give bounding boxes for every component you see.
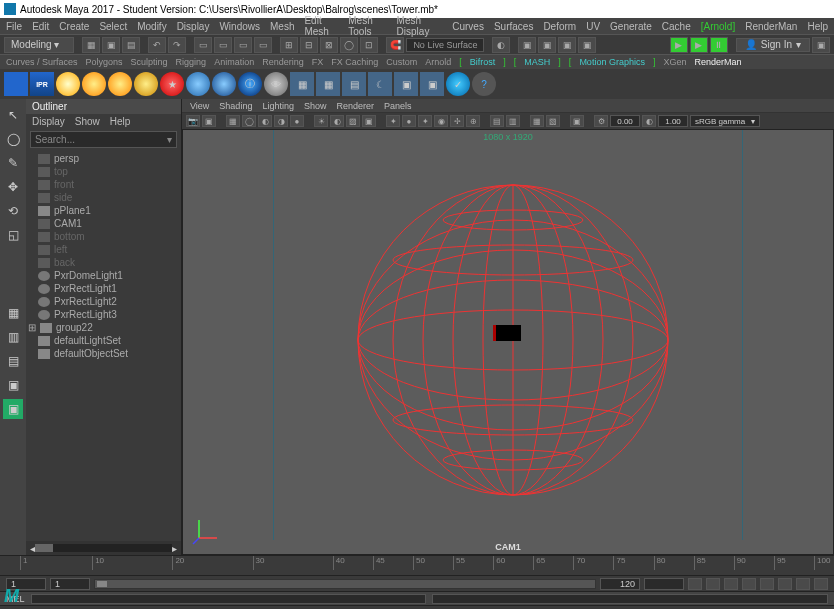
outliner-item[interactable]: bottom (26, 230, 181, 243)
menu-item[interactable]: Create (59, 21, 89, 32)
outliner-tree[interactable]: persptopfrontsidepPlane1CAM1bottomleftba… (26, 150, 181, 541)
vp-camera-icon[interactable]: 📷 (186, 115, 200, 127)
menu-item[interactable]: Edit Mesh (304, 15, 338, 37)
outliner-item[interactable]: CAM1 (26, 217, 181, 230)
outliner-search-input[interactable]: Search... ▾ (30, 131, 177, 148)
select-mode-icon[interactable]: ▭ (194, 37, 212, 53)
vp-colorspace-select[interactable]: sRGB gamma ▾ (690, 115, 760, 127)
menu-item[interactable]: Generate (610, 21, 652, 32)
shelf-tab[interactable]: Motion Graphics (579, 57, 645, 67)
select-mode-icon[interactable]: ▭ (214, 37, 232, 53)
outliner-item[interactable]: pPlane1 (26, 204, 181, 217)
menu-item[interactable]: RenderMan (745, 21, 797, 32)
vp-exposure-field[interactable]: 0.00 (610, 115, 640, 127)
vp-tb-icon[interactable]: ☀ (314, 115, 328, 127)
vp-menu-item[interactable]: Lighting (262, 101, 294, 111)
menu-item[interactable]: Modify (137, 21, 166, 32)
new-scene-icon[interactable]: ▦ (82, 37, 100, 53)
shelf-tab-active[interactable]: RenderMan (694, 57, 741, 67)
menu-item[interactable]: Deform (543, 21, 576, 32)
shelf-tab[interactable]: Custom (386, 57, 417, 67)
step-forward-icon[interactable] (796, 578, 810, 590)
shelf-grid-icon[interactable]: ▦ (290, 72, 314, 96)
vp-tb-icon[interactable]: ▦ (530, 115, 544, 127)
menu-item[interactable]: Mesh Tools (348, 15, 386, 37)
live-surface-icon[interactable]: 🧲 (386, 37, 404, 53)
vp-tb-icon[interactable]: ▤ (490, 115, 504, 127)
outliner-item[interactable]: PxrRectLight1 (26, 282, 181, 295)
marketplace-icon[interactable]: ▣ (812, 37, 830, 53)
outliner-item[interactable]: defaultObjectSet (26, 347, 181, 360)
save-scene-icon[interactable]: ▤ (122, 37, 140, 53)
layout-icon[interactable]: ▥ (3, 327, 23, 347)
vp-tb-icon[interactable]: ▣ (570, 115, 584, 127)
shelf-icon[interactable]: ▣ (394, 72, 418, 96)
vp-tb-icon[interactable]: ● (402, 115, 416, 127)
shelf-ipr-icon[interactable]: IPR (30, 72, 54, 96)
undo-icon[interactable]: ↶ (148, 37, 166, 53)
outliner-item[interactable]: front (26, 178, 181, 191)
play-icon[interactable]: ▶ (690, 37, 708, 53)
select-mode-icon[interactable]: ▭ (254, 37, 272, 53)
vp-menu-item[interactable]: Show (304, 101, 327, 111)
vp-gamma-field[interactable]: 1.00 (658, 115, 688, 127)
vp-tb-icon[interactable]: ▣ (202, 115, 216, 127)
vp-menu-item[interactable]: Renderer (336, 101, 374, 111)
shelf-tab[interactable]: FX (312, 57, 324, 67)
vp-tb-icon[interactable]: ▧ (546, 115, 560, 127)
shelf-star-icon[interactable]: ★ (160, 72, 184, 96)
vp-menu-item[interactable]: View (190, 101, 209, 111)
menu-item[interactable]: UV (586, 21, 600, 32)
vp-tb-icon[interactable]: ▥ (506, 115, 520, 127)
snap-icon[interactable]: ⊡ (360, 37, 378, 53)
play-icon[interactable]: ▶ (670, 37, 688, 53)
step-back-icon[interactable] (706, 578, 720, 590)
vp-tb-icon[interactable]: ▨ (346, 115, 360, 127)
snap-icon[interactable]: ⊟ (300, 37, 318, 53)
outliner-item[interactable]: side (26, 191, 181, 204)
snap-icon[interactable]: ⊠ (320, 37, 338, 53)
shelf-tab[interactable]: Bifrost (470, 57, 496, 67)
vp-tb-icon[interactable]: ◐ (330, 115, 344, 127)
snap-icon[interactable]: ◯ (340, 37, 358, 53)
shelf-moon-icon[interactable]: ☾ (368, 72, 392, 96)
menu-item[interactable]: Mesh (270, 21, 294, 32)
vp-tb-icon[interactable]: ▣ (362, 115, 376, 127)
vp-menu-item[interactable]: Panels (384, 101, 412, 111)
menu-item[interactable]: Edit (32, 21, 49, 32)
render-icon[interactable]: ▣ (538, 37, 556, 53)
menu-item[interactable]: Help (807, 21, 828, 32)
shelf-light-icon[interactable] (108, 72, 132, 96)
range-end-field[interactable] (644, 578, 684, 590)
outliner-item[interactable]: top (26, 165, 181, 178)
menu-item[interactable]: File (6, 21, 22, 32)
ipr-icon[interactable]: ▣ (558, 37, 576, 53)
shelf-light-icon[interactable] (82, 72, 106, 96)
shelf-grid-icon[interactable]: ▦ (316, 72, 340, 96)
shelf-tab[interactable]: Curves / Surfaces (6, 57, 78, 67)
vp-tb-icon[interactable]: ✦ (418, 115, 432, 127)
vp-tb-icon[interactable]: ▦ (226, 115, 240, 127)
menu-item[interactable]: Select (99, 21, 127, 32)
menu-item[interactable]: Cache (662, 21, 691, 32)
rotate-tool-icon[interactable]: ⟲ (3, 201, 23, 221)
play-forward-icon[interactable] (760, 578, 774, 590)
open-scene-icon[interactable]: ▣ (102, 37, 120, 53)
live-surface-field[interactable]: No Live Surface (406, 38, 484, 52)
outliner-item[interactable]: back (26, 256, 181, 269)
mode-selector[interactable]: Modeling ▾ (4, 37, 74, 53)
shelf-tab[interactable]: Sculpting (131, 57, 168, 67)
menu-item[interactable]: Mesh Display (397, 15, 443, 37)
rewind-icon[interactable] (688, 578, 702, 590)
render-settings-icon[interactable]: ▣ (578, 37, 596, 53)
viewport-3d[interactable]: 1080 x 1920 (182, 129, 834, 555)
shelf-eye-icon[interactable]: 👁 (264, 72, 288, 96)
shelf-tab[interactable]: Arnold (425, 57, 451, 67)
shelf-tab[interactable]: MASH (524, 57, 550, 67)
outliner-item[interactable]: left (26, 243, 181, 256)
vp-tb-icon[interactable]: ⊕ (466, 115, 480, 127)
render-icon[interactable]: ▣ (518, 37, 536, 53)
shelf-check-icon[interactable]: ✓ (446, 72, 470, 96)
select-tool-icon[interactable]: ↖ (3, 105, 23, 125)
range-playback-start-field[interactable]: 1 (50, 578, 90, 590)
